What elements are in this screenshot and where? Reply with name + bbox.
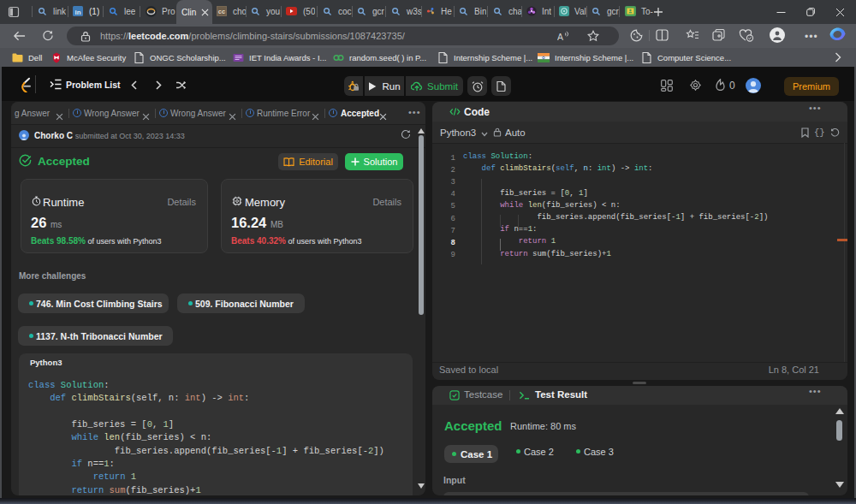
svg-text:in: in <box>74 9 80 16</box>
svg-text:A: A <box>557 32 563 42</box>
svg-text:cc: cc <box>218 8 225 15</box>
